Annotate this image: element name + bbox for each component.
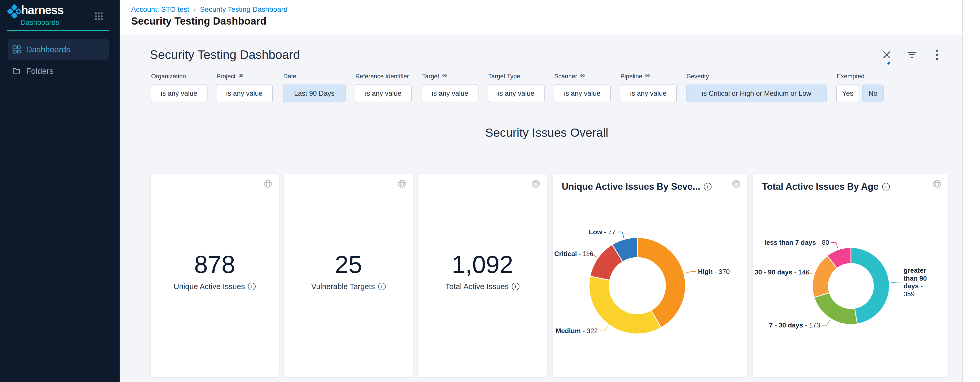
page-title: Security Testing Dashboard [131, 15, 266, 27]
metric-value: 878 [151, 250, 279, 279]
metric-label-row: Total Active Issues i [418, 282, 547, 291]
breadcrumb-account-link[interactable]: Account: STO test [131, 5, 189, 14]
sidebar-item-label: Folders [26, 66, 54, 76]
filter-label-exempted: Exempted [837, 73, 864, 80]
dashboards-grid-icon [13, 45, 21, 54]
info-icon[interactable]: i [378, 283, 386, 290]
filter-value-date[interactable]: Last 90 Days [283, 84, 346, 102]
folder-icon [13, 67, 21, 75]
close-icon[interactable] [881, 49, 892, 60]
info-icon[interactable]: i [512, 283, 519, 290]
filter-value-scanner[interactable]: is any value [554, 84, 611, 102]
filter-value-organization[interactable]: is any value [151, 84, 207, 102]
link-icon [442, 73, 447, 80]
breadcrumb-page-link[interactable]: Security Testing Dashboard [200, 5, 288, 14]
filter-option-no[interactable]: No [862, 84, 884, 102]
info-icon[interactable]: i [704, 183, 711, 190]
filter-option-yes[interactable]: Yes [836, 84, 859, 102]
filter-value-reference-identifier[interactable]: is any value [355, 84, 412, 102]
dashboard-heading: Security Testing Dashboard [150, 48, 300, 62]
page-header: Account: STO test › Security Testing Das… [119, 0, 980, 35]
sidebar-divider [7, 30, 109, 31]
metric-value: 1,092 [418, 250, 547, 279]
link-icon [645, 73, 650, 80]
tile-unique-active-issues: 878 Unique Active Issues i [151, 174, 279, 377]
filter-label-date: Date [283, 73, 296, 80]
filter-value-target-type[interactable]: is any value [488, 84, 544, 102]
info-icon[interactable]: i [882, 183, 890, 190]
tile-unique-active-issues-by-severity: Unique Active Issues By Seve... i High -… [553, 174, 747, 377]
metric-value: 25 [284, 250, 413, 279]
filter-label-pipeline: Pipeline [620, 73, 650, 80]
app-launcher-grid-icon[interactable] [95, 12, 104, 21]
vertical-scrollbar[interactable] [963, 0, 980, 382]
donut-label-medium: Medium - 322 [555, 327, 598, 335]
donut-slice-7-30-days [814, 293, 857, 324]
tile-vulnerable-targets: 25 Vulnerable Targets i [284, 174, 413, 377]
globe-icon[interactable] [397, 179, 407, 189]
breadcrumb: Account: STO test › Security Testing Das… [131, 5, 288, 14]
globe-icon[interactable] [263, 179, 272, 189]
chart-title: Total Active Issues By Age [762, 181, 878, 192]
section-title: Security Issues Overall [131, 125, 963, 139]
filter-label-target: Target [422, 73, 447, 80]
metric-label: Total Active Issues [445, 282, 509, 291]
cursor-artifact [887, 61, 890, 65]
donut-label-high: High - 370 [698, 268, 730, 276]
globe-icon[interactable] [531, 179, 541, 189]
donut-slice-medium [589, 276, 661, 334]
filter-icon[interactable] [906, 49, 918, 60]
filter-label-organization: Organization [151, 73, 186, 80]
metric-label-row: Vulnerable Targets i [284, 282, 413, 291]
donut-label-critical: Critical - 116 [554, 250, 593, 258]
kebab-menu-icon[interactable] [931, 49, 943, 60]
chart-title: Unique Active Issues By Seve... [562, 181, 700, 192]
sidebar-item-label: Dashboards [26, 45, 70, 54]
metric-label: Vulnerable Targets [311, 282, 375, 291]
info-icon[interactable]: i [248, 283, 256, 290]
sidebar: harness Dashboards Dashboards [0, 0, 119, 382]
filter-value-pipeline[interactable]: is any value [620, 84, 677, 102]
link-icon [580, 73, 585, 80]
donut-label-30-90-days: 30 - 90 days - 146 [755, 268, 810, 276]
metric-label: Unique Active Issues [173, 282, 245, 291]
filter-label-scanner: Scanner [554, 73, 585, 80]
donut-label-less-than-7-days: less than 7 days - 80 [764, 238, 829, 246]
donut-slice-greater-than-90-days [851, 247, 889, 324]
harness-logo-text: harness [21, 3, 64, 17]
metric-label-row: Unique Active Issues i [151, 282, 279, 291]
filter-value-severity[interactable]: is Critical or High or Medium or Low [686, 84, 827, 102]
tile-total-active-issues-by-age: Total Active Issues By Age i greater tha… [753, 174, 948, 377]
harness-logo-icon [6, 4, 22, 20]
link-icon [238, 73, 244, 80]
filter-label-severity: Severity [687, 73, 709, 80]
breadcrumb-separator: › [193, 5, 196, 14]
sidebar-item-dashboards[interactable]: Dashboards [8, 39, 109, 60]
donut-label-7-30-days: 7 - 30 days - 173 [769, 321, 820, 329]
dashboard-toolbar [881, 49, 943, 60]
filter-label-project: Project [216, 73, 244, 80]
donut-label-greater-than-90-days: greater than 90 days - 359 [904, 266, 930, 298]
module-label: Dashboards [21, 18, 59, 27]
sidebar-item-folders[interactable]: Folders [8, 61, 109, 81]
filter-label-target-type: Target Type [488, 73, 520, 80]
filter-value-project[interactable]: is any value [216, 84, 273, 102]
donut-label-low: Low - 77 [589, 228, 616, 236]
filter-value-target[interactable]: is any value [422, 84, 479, 102]
app-root: harness Dashboards Dashboards [0, 0, 980, 382]
filter-label-reference-identifier: Reference Identifier [355, 73, 409, 80]
tile-total-active-issues: 1,092 Total Active Issues i [418, 174, 547, 377]
